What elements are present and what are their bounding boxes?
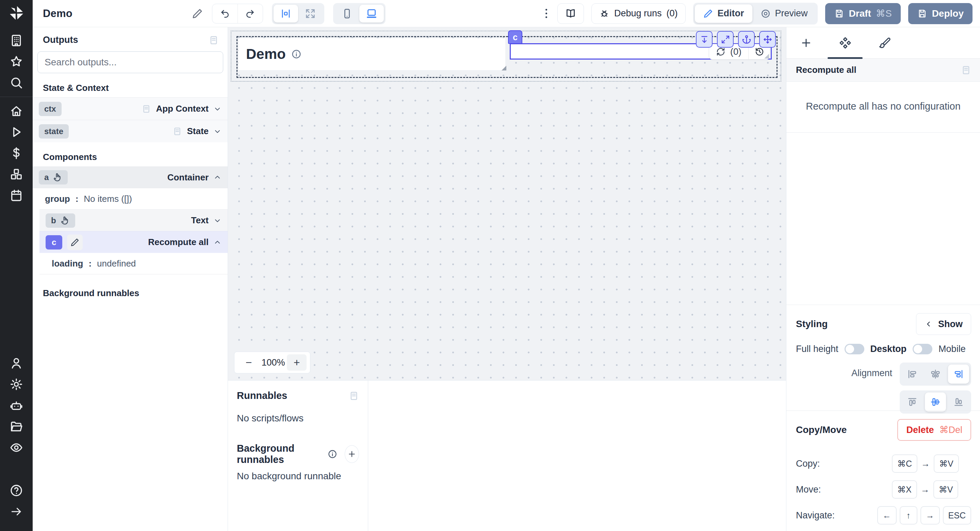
settings-icon[interactable] <box>9 377 24 392</box>
canvas-grid-outline: Demo c (0) <box>231 30 781 82</box>
app-canvas[interactable]: Demo c (0) <box>228 27 786 380</box>
full-height-toggle[interactable] <box>845 344 864 354</box>
docs-button[interactable] <box>557 3 584 24</box>
anchor-icon[interactable] <box>738 31 755 48</box>
chevron-down-icon[interactable] <box>213 217 221 225</box>
hand-pointer-icon <box>53 172 62 182</box>
add-background-runnable-button[interactable] <box>345 445 359 463</box>
tab-global-styling[interactable] <box>865 27 904 58</box>
hand-pointer-icon <box>60 216 70 225</box>
resources-icon[interactable] <box>9 167 24 182</box>
users-icon[interactable] <box>9 356 24 371</box>
group-value: No items ([]) <box>84 194 132 204</box>
align-middle-button[interactable] <box>925 392 946 411</box>
component-doc-icon[interactable] <box>961 65 971 75</box>
tab-component-settings[interactable] <box>826 27 865 58</box>
alignment-label: Alignment <box>851 368 892 378</box>
align-right-button[interactable] <box>948 365 969 384</box>
move-icon[interactable] <box>759 31 776 48</box>
undo-redo-group <box>212 4 263 24</box>
debug-runs-button[interactable]: Debug runs (0) <box>592 3 686 24</box>
copy-move-title: Copy/Move <box>796 424 846 435</box>
resize-handle[interactable] <box>501 66 506 70</box>
state-doc-icon[interactable] <box>172 127 182 136</box>
home-icon[interactable] <box>9 104 24 118</box>
outputs-panel: Outputs State & Context ctx App Context … <box>33 27 228 531</box>
topbar-actions: Debug runs (0) Editor Preview Draft ⌘S <box>543 3 972 24</box>
loading-output-row[interactable]: loading : undefined <box>40 253 228 274</box>
component-c-id: c <box>46 235 62 249</box>
desktop-toggle[interactable] <box>913 344 932 354</box>
component-row-c-selected[interactable]: c Recompute all <box>40 231 228 253</box>
mobile-label: Mobile <box>939 344 966 354</box>
info-icon[interactable] <box>291 49 301 59</box>
tab-editor[interactable]: Editor <box>695 5 752 23</box>
edit-id-icon[interactable] <box>67 234 83 250</box>
folders-icon[interactable] <box>9 419 24 434</box>
container-a-outline[interactable]: Demo c (0) <box>237 36 778 78</box>
chevron-down-icon[interactable] <box>213 105 221 113</box>
chevron-down-icon[interactable] <box>213 127 221 136</box>
centered-layout-button[interactable] <box>274 5 298 22</box>
deploy-button[interactable]: Deploy <box>908 3 972 24</box>
outputs-doc-icon[interactable] <box>208 35 219 45</box>
ctx-doc-icon[interactable] <box>142 104 151 114</box>
tab-preview[interactable]: Preview <box>752 5 816 23</box>
delete-shortcut: ⌘Del <box>939 424 962 435</box>
kbd-arrow-up: ↑ <box>900 506 917 525</box>
group-output-row[interactable]: group : No items ([]) <box>33 188 228 209</box>
zoom-in-button[interactable]: + <box>287 354 307 371</box>
group-key: group <box>45 194 70 204</box>
align-top-button[interactable] <box>902 392 923 411</box>
chevron-up-icon[interactable] <box>213 238 221 246</box>
expand-down-icon[interactable] <box>696 31 713 48</box>
undo-button[interactable] <box>212 4 237 23</box>
horizontal-alignment-group <box>900 362 971 386</box>
favorites-icon[interactable] <box>9 54 24 69</box>
chevron-up-icon[interactable] <box>213 173 221 182</box>
draft-shortcut: ⌘S <box>876 8 892 19</box>
rename-app-icon[interactable] <box>192 8 203 19</box>
redo-button[interactable] <box>237 4 263 23</box>
copy-label: Copy: <box>796 459 892 469</box>
runs-icon[interactable] <box>9 124 24 140</box>
info-icon[interactable] <box>328 449 337 459</box>
resize-handle[interactable] <box>764 54 769 59</box>
chevron-left-icon <box>924 320 933 328</box>
variables-icon[interactable] <box>9 146 24 161</box>
full-width-button[interactable] <box>298 5 323 22</box>
ctx-row[interactable]: ctx App Context <box>33 97 228 120</box>
windmill-logo-icon[interactable] <box>8 5 24 21</box>
workspace-icon[interactable] <box>9 33 24 48</box>
component-b-type: Text <box>191 215 208 226</box>
draft-button[interactable]: Draft ⌘S <box>825 3 901 24</box>
sidebar-divider <box>0 97 33 97</box>
align-center-h-button[interactable] <box>925 365 946 384</box>
kebab-menu-icon[interactable] <box>543 6 550 21</box>
state-row[interactable]: state State <box>33 120 228 142</box>
delete-button[interactable]: Delete ⌘Del <box>897 419 971 441</box>
topbar: Demo Debug runs (0) Editor <box>33 0 980 27</box>
fullscreen-icon[interactable] <box>717 31 733 48</box>
show-styling-button[interactable]: Show <box>916 313 971 335</box>
text-component-b[interactable]: Demo <box>239 38 505 70</box>
zoom-out-button[interactable]: − <box>238 356 259 369</box>
component-a-type: Container <box>167 172 208 183</box>
component-row-a[interactable]: a Container <box>33 166 228 188</box>
workers-icon[interactable] <box>9 398 24 413</box>
desktop-view-button[interactable] <box>360 5 384 22</box>
audit-logs-icon[interactable] <box>9 440 24 455</box>
mobile-view-button[interactable] <box>335 5 360 22</box>
component-row-b[interactable]: b Text <box>40 209 228 231</box>
runnables-doc-icon[interactable] <box>349 391 359 401</box>
tab-insert-component[interactable] <box>786 27 826 58</box>
search-icon[interactable] <box>9 75 24 90</box>
align-bottom-button[interactable] <box>948 392 969 411</box>
search-outputs-input[interactable] <box>37 51 223 73</box>
no-scripts-text: No scripts/flows <box>237 413 359 424</box>
collapse-sidebar-icon[interactable] <box>9 504 24 519</box>
copy-shortcut-row: Copy: ⌘C → ⌘V <box>796 454 971 473</box>
align-left-button[interactable] <box>902 365 923 384</box>
help-icon[interactable] <box>9 483 24 498</box>
schedules-icon[interactable] <box>9 188 24 203</box>
